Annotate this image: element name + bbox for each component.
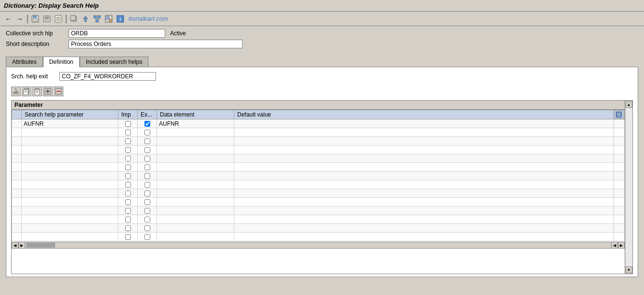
- short-desc-input[interactable]: [69, 40, 243, 48]
- hscroll-track-right-button[interactable]: ◀: [611, 242, 618, 249]
- sep2: [66, 15, 67, 23]
- delete-row-button[interactable]: [54, 87, 63, 96]
- table-row: [12, 189, 625, 198]
- hscroll-area: ◀ ▶ ◀ ▶: [12, 242, 625, 249]
- sh-exit-row: Srch. help exit: [11, 72, 633, 81]
- imp-checkbox[interactable]: [125, 121, 131, 127]
- tabs: Attributes Definition Included search he…: [6, 56, 638, 67]
- row-param[interactable]: AUFNR: [22, 119, 118, 128]
- new-session-button[interactable]: [69, 14, 79, 24]
- sep1: [27, 15, 28, 23]
- tab-container: Attributes Definition Included search he…: [6, 56, 638, 277]
- status-label: Active: [170, 30, 186, 37]
- toolbar: ← → i ttorialkart.com: [0, 12, 644, 26]
- table-row: [12, 215, 625, 224]
- svg-rect-15: [96, 19, 99, 22]
- row-ex[interactable]: [138, 119, 157, 128]
- page-title: Dictionary: Display Search Help: [4, 2, 99, 9]
- svg-rect-31: [36, 88, 39, 90]
- parameter-table-outer: Parameter Search help parameter Imp Ex..…: [11, 100, 633, 274]
- forward-button[interactable]: →: [14, 14, 25, 24]
- table-row: [12, 137, 625, 146]
- parameter-group-label: Parameter: [14, 102, 43, 108]
- collective-srch-row: Collective srch hlp Active: [6, 29, 638, 38]
- table-row: [12, 163, 625, 172]
- table-row: [12, 233, 625, 241]
- vscroll-up-button[interactable]: ▲: [626, 101, 632, 108]
- watermark: ttorialkart.com: [129, 15, 168, 22]
- svg-rect-14: [98, 15, 100, 18]
- vscroll-down-button[interactable]: ▼: [626, 266, 632, 273]
- vscroll-track[interactable]: [626, 108, 632, 266]
- config-button[interactable]: i: [115, 14, 126, 24]
- tab-included-search-helps[interactable]: Included search helps: [80, 57, 149, 67]
- svg-rect-11: [71, 15, 75, 20]
- col-header-ex[interactable]: Ex...: [138, 110, 157, 119]
- layout-button[interactable]: [103, 14, 114, 24]
- col-header-imp[interactable]: Imp: [118, 110, 138, 119]
- short-desc-label: Short description: [6, 41, 69, 47]
- table-row: AUFNR AUFNR: [12, 119, 625, 128]
- table-row: [12, 206, 625, 215]
- parameter-table: Search help parameter Imp Ex... Data ele…: [12, 110, 625, 241]
- svg-rect-1: [33, 15, 37, 18]
- back-button[interactable]: ←: [3, 14, 14, 24]
- navigate-button[interactable]: [80, 14, 91, 24]
- cut-button[interactable]: [11, 87, 21, 96]
- tree-button[interactable]: [92, 14, 102, 24]
- svg-line-25: [15, 88, 17, 90]
- save-button[interactable]: [30, 14, 41, 24]
- table-row: [12, 128, 625, 137]
- table-main: Parameter Search help parameter Imp Ex..…: [11, 100, 625, 274]
- vscrollbar: ▲ ▼: [625, 100, 633, 274]
- svg-rect-27: [24, 89, 28, 95]
- row-default[interactable]: [234, 119, 614, 128]
- row-settings-cell: [614, 119, 625, 128]
- hscroll-right-button[interactable]: ▶: [618, 242, 625, 249]
- col-header-settings[interactable]: [614, 110, 625, 119]
- table-row: [12, 224, 625, 233]
- hscroll-thumb[interactable]: [26, 243, 55, 248]
- svg-marker-12: [83, 16, 88, 22]
- hscroll-right-left-button[interactable]: ▶: [18, 242, 25, 249]
- tab-definition[interactable]: Definition: [43, 57, 80, 67]
- collective-input[interactable]: [69, 29, 165, 38]
- col-header-default[interactable]: Default value: [234, 110, 614, 119]
- collective-label: Collective srch hlp: [6, 30, 69, 37]
- svg-rect-17: [105, 15, 109, 19]
- sh-exit-label: Srch. help exit: [11, 73, 59, 80]
- table-row: [12, 172, 625, 180]
- table-group-header: Parameter: [12, 101, 625, 110]
- col-header-data[interactable]: Data element: [157, 110, 234, 119]
- shortcut-button[interactable]: [42, 14, 52, 24]
- form-area: Collective srch hlp Active Short descrip…: [0, 26, 644, 53]
- svg-rect-13: [94, 15, 97, 18]
- table-row: [12, 180, 625, 189]
- insert-row-button[interactable]: [43, 87, 53, 96]
- svg-text:i: i: [120, 16, 121, 22]
- tab-content-definition: Srch. help exit: [6, 67, 638, 277]
- svg-rect-2: [33, 19, 37, 22]
- title-bar: Dictionary: Display Search Help: [0, 0, 644, 12]
- sh-exit-input[interactable]: [59, 72, 156, 81]
- hscroll-track[interactable]: [25, 242, 611, 249]
- ex-checkbox[interactable]: [144, 121, 150, 127]
- hscroll-left-button[interactable]: ◀: [12, 242, 18, 249]
- row-marker: [12, 119, 22, 128]
- inner-toolbar: [11, 87, 633, 96]
- table-row: [12, 154, 625, 163]
- col-header-param[interactable]: Search help parameter: [22, 110, 118, 119]
- svg-rect-18: [109, 19, 112, 22]
- row-data-element[interactable]: AUFNR: [157, 119, 234, 128]
- table-row: [12, 198, 625, 206]
- tab-attributes[interactable]: Attributes: [6, 57, 43, 67]
- short-desc-row: Short description: [6, 40, 638, 48]
- table-row: [12, 146, 625, 154]
- row-imp[interactable]: [118, 119, 138, 128]
- object-list-button[interactable]: [53, 14, 64, 24]
- copy-button[interactable]: [22, 87, 31, 96]
- paste-button[interactable]: [32, 87, 42, 96]
- col-header-marker: [12, 110, 22, 119]
